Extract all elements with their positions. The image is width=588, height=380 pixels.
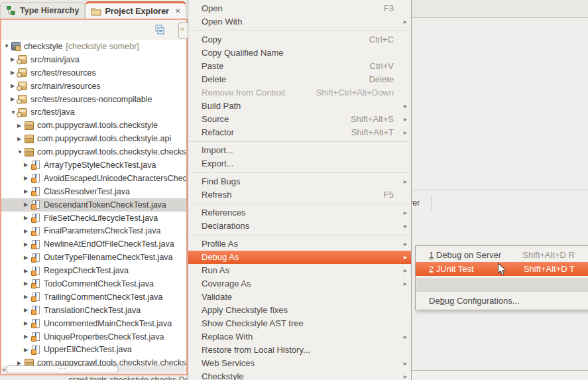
context-menu-item[interactable]: Copy Qualified Name [188, 46, 411, 60]
menu-item-label: Export... [202, 157, 394, 170]
context-menu-item[interactable]: Declarations [188, 220, 411, 233]
tree-item-icon [11, 42, 21, 50]
menu-item-label: Debug As [202, 251, 394, 264]
tree-item-icon [25, 121, 34, 130]
type-hierarchy-icon [6, 6, 17, 15]
tree-item[interactable]: ArrayTypeStyleCheckTest.java [1, 158, 186, 172]
tree-item[interactable]: NewlineAtEndOfFileCheckTest.java [1, 237, 186, 251]
tree-expand-arrow-icon[interactable] [24, 268, 31, 274]
submenu-item[interactable]: Debug Configurations... [416, 294, 588, 308]
context-menu-item[interactable]: Export... [188, 157, 411, 170]
context-menu-item[interactable] [189, 235, 410, 235]
scrollbar-thumb[interactable] [6, 365, 119, 373]
context-menu-item[interactable]: Delete Delete [188, 73, 411, 86]
submenu-item[interactable] [416, 278, 588, 292]
context-menu-item[interactable]: Open F3 [188, 2, 411, 15]
context-menu-item[interactable]: Replace With [188, 330, 411, 344]
context-menu-item[interactable]: Apply Checkstyle fixes [188, 304, 411, 317]
context-menu-item[interactable]: Source Shift+Alt+S [188, 113, 411, 126]
tree-item[interactable]: TrailingCommentCheckTest.java [1, 290, 186, 304]
tree-item[interactable]: src/main/java [1, 53, 186, 66]
tree-item[interactable]: com.puppycrawl.tools.checkstyle.checks [1, 356, 186, 365]
context-menu-item[interactable]: Web Services [188, 357, 411, 370]
tab-type-hierarchy[interactable]: Type Hierarchy [0, 2, 85, 19]
tree-item[interactable]: UncommentedMainCheckTest.java [1, 317, 186, 330]
tree-expand-arrow-icon[interactable] [24, 162, 31, 168]
tree-expand-arrow-icon[interactable] [24, 294, 31, 300]
tree-expand-arrow-icon[interactable] [24, 228, 31, 234]
tree-expand-arrow-icon[interactable] [24, 175, 31, 181]
context-menu-item[interactable] [189, 141, 410, 142]
tree-item[interactable]: UniquePropertiesCheckTest.java [1, 330, 186, 344]
context-menu-item[interactable]: Remove from Context Shift+Ctrl+Alt+Down [188, 86, 411, 99]
submenu-item[interactable]: 1 Debug on Server Shift+Alt+D R [416, 248, 588, 262]
context-menu-item[interactable]: Run As [188, 264, 411, 277]
tree-item-icon [32, 346, 40, 354]
tree-item[interactable]: src/test/resources-noncompilable [1, 93, 186, 106]
tree-item[interactable]: AvoidEscapedUnicodeCharactersCheckTest.j… [1, 172, 186, 185]
tree-item[interactable]: UpperEllCheckTest.java [1, 343, 186, 356]
tree-item[interactable]: DescendantTokenCheckTest.java [1, 198, 186, 212]
tree-item[interactable]: com.puppycrawl.tools.checkstyle.api [1, 132, 186, 145]
submenu-arrow-icon [400, 264, 407, 277]
horizontal-scrollbar[interactable] [1, 365, 186, 374]
tree-expand-arrow-icon[interactable] [24, 347, 31, 353]
context-menu-item[interactable] [189, 204, 410, 204]
context-menu-item[interactable]: Validate [188, 290, 411, 304]
tree-expand-arrow-icon[interactable] [24, 241, 31, 247]
tree-expand-arrow-icon[interactable] [24, 334, 31, 340]
tree-item[interactable]: RegexpCheckTest.java [1, 264, 186, 277]
tree-item[interactable]: FileSetCheckLifecycleTest.java [1, 212, 186, 225]
tree-item[interactable]: checkstyle [checkstyle somebr] [1, 40, 186, 53]
tree-item[interactable]: TodoCommentCheckTest.java [1, 277, 186, 290]
tree-expand-arrow-icon[interactable] [17, 360, 25, 365]
context-menu-item[interactable]: Open With [188, 15, 411, 29]
tree-expand-arrow-icon[interactable] [17, 136, 25, 142]
tree-expand-arrow-icon[interactable] [24, 202, 31, 208]
tree-expand-arrow-icon[interactable] [24, 307, 31, 313]
tab-close-icon[interactable]: ✕ [175, 7, 180, 15]
tree-expand-arrow-icon[interactable] [24, 320, 31, 326]
collapse-all-button[interactable] [153, 23, 166, 36]
tree-item-label: OuterTypeFilenameCheckTest.java [44, 253, 173, 262]
context-menu-item[interactable]: Import... [188, 144, 411, 157]
tree-item[interactable]: FinalParametersCheckTest.java [1, 224, 186, 237]
tree-item[interactable]: TranslationCheckTest.java [1, 304, 186, 317]
context-menu-item[interactable]: Paste Ctrl+V [188, 60, 411, 73]
context-menu-item[interactable]: Refresh F5 [188, 188, 411, 202]
context-menu-item[interactable]: Copy Ctrl+C [188, 33, 411, 46]
tree-item[interactable]: src/test/resources [1, 66, 186, 80]
tree-expand-arrow-icon[interactable] [17, 123, 25, 129]
context-menu-item[interactable]: Coverage As [188, 277, 411, 290]
context-menu-item[interactable]: Checkstyle [188, 370, 411, 380]
context-menu-item[interactable]: References [188, 206, 411, 220]
tab-project-explorer[interactable]: Project Explorer ✕ [85, 1, 186, 19]
tree-expand-arrow-icon[interactable] [4, 43, 11, 49]
tree-item-label: AvoidEscapedUnicodeCharactersCheckTest.j… [44, 174, 186, 183]
context-menu-item[interactable]: Restore from Local History... [188, 344, 411, 357]
tree-item-label: src/main/java [30, 55, 80, 64]
tree-expand-arrow-icon[interactable] [24, 281, 31, 286]
tree-expand-arrow-icon[interactable] [24, 215, 31, 221]
context-menu-item[interactable] [189, 31, 410, 31]
tree-item[interactable]: com.puppycrawl.tools.checkstyle [1, 119, 186, 132]
tree-item-icon [32, 227, 40, 235]
tree-expand-arrow-icon[interactable] [17, 149, 25, 155]
context-menu-item[interactable]: Refactor Shift+Alt+T [188, 126, 411, 139]
tree-item[interactable]: src/test/java [1, 105, 186, 119]
tree-expand-arrow-icon[interactable] [24, 255, 31, 261]
context-menu-item[interactable] [189, 172, 410, 173]
context-menu-item[interactable]: Debug As [188, 251, 411, 264]
context-menu-item[interactable]: Build Path [188, 99, 411, 113]
scroll-left-arrow-icon[interactable] [2, 365, 5, 374]
tree-item[interactable]: com.puppycrawl.tools.checkstyle.checks [1, 145, 186, 158]
tree-expand-arrow-icon[interactable] [24, 188, 31, 194]
context-menu-item[interactable]: Profile As [188, 237, 411, 251]
tree-item[interactable]: ClassResolverTest.java [1, 185, 186, 198]
menu-item-shortcut: Shift+Alt+S [351, 113, 394, 126]
tree-item[interactable]: src/main/resources [1, 80, 186, 93]
tree-item[interactable]: OuterTypeFilenameCheckTest.java [1, 251, 186, 264]
context-menu-item[interactable]: Show Checkstyle AST tree [188, 317, 411, 330]
context-menu-item[interactable]: Find Bugs [188, 175, 411, 188]
tree-item-label: UncommentedMainCheckTest.java [44, 319, 172, 328]
